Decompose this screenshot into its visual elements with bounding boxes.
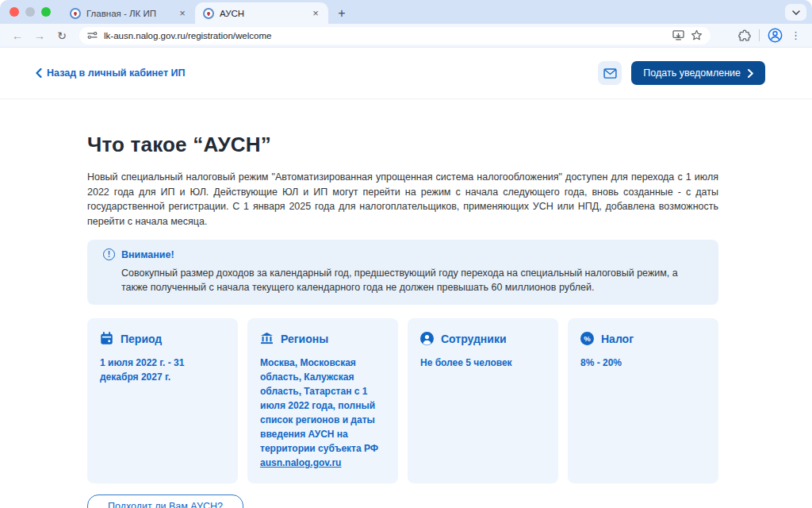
nalog-favicon [203, 8, 214, 19]
url-text[interactable]: lk-ausn.nalog.gov.ru/registration/welcom… [104, 31, 666, 40]
tab-title: Главная - ЛК ИП [86, 9, 170, 18]
extensions-icon[interactable] [738, 29, 751, 42]
forward-icon[interactable]: → [30, 26, 49, 45]
browser-tab-strip: Главная - ЛК ИП × АУСН × + [0, 0, 812, 24]
chevron-left-icon [36, 68, 42, 78]
card-title: Регионы [281, 333, 328, 345]
calendar-icon [100, 332, 113, 345]
bank-icon [260, 332, 274, 345]
ausn-site-link[interactable]: ausn.nalog.gov.ru [260, 457, 341, 468]
tab-title: АУСН [220, 9, 304, 18]
toolbar-divider [759, 29, 760, 41]
info-cards: Период 1 июля 2022 г. - 31 декабря 2027 … [87, 318, 718, 483]
chevron-down-icon [792, 10, 800, 15]
card-text: 1 июля 2022 г. - 31 декабря 2027 г. [100, 356, 225, 384]
toolbar-right-icons: ⋮ [738, 28, 804, 43]
envelope-icon [603, 68, 617, 79]
install-app-icon[interactable] [672, 30, 684, 40]
site-settings-icon[interactable] [87, 30, 98, 40]
info-alert-icon: ! [103, 248, 115, 260]
submit-notification-button[interactable]: Подать уведомление [631, 61, 765, 85]
window-minimize-button[interactable] [25, 7, 35, 17]
profile-avatar-icon[interactable] [768, 28, 783, 43]
intro-paragraph: Новый специальный налоговый режим "Автом… [87, 170, 718, 229]
card-text: 8% - 20% [580, 356, 706, 370]
tab-main-lk-ip[interactable]: Главная - ЛК ИП × [62, 3, 195, 24]
back-icon[interactable]: ← [8, 26, 27, 45]
person-icon [420, 332, 434, 345]
card-title: Налог [601, 333, 634, 345]
tab-ausn-active[interactable]: АУСН × [195, 2, 328, 24]
percent-icon: % [580, 332, 594, 345]
submit-notification-label: Подать уведомление [643, 67, 741, 79]
warning-text: Совокупный размер доходов за календарный… [121, 266, 703, 294]
back-link-label: Назад в личный кабинет ИП [47, 67, 185, 79]
card-regions: Регионы Москва, Московская область, Калу… [247, 318, 398, 483]
reload-icon[interactable]: ↻ [52, 26, 71, 45]
new-tab-button[interactable]: + [331, 3, 352, 24]
browser-menu-icon[interactable]: ⋮ [791, 29, 801, 41]
page-header: Назад в личный кабинет ИП Подать уведомл… [0, 48, 812, 99]
card-title: Сотрудники [441, 333, 507, 345]
window-zoom-button[interactable] [41, 7, 51, 17]
page-title: Что такое “АУСН” [87, 133, 718, 157]
card-tax: % Налог 8% - 20% [568, 318, 718, 483]
card-title: Период [121, 333, 162, 345]
address-bar[interactable]: lk-ausn.nalog.gov.ru/registration/welcom… [79, 27, 710, 44]
card-text: Не более 5 человек [420, 356, 546, 370]
card-employees: Сотрудники Не более 5 человек [408, 318, 558, 483]
card-period: Период 1 июля 2022 г. - 31 декабря 2027 … [87, 318, 238, 483]
window-close-button[interactable] [10, 7, 19, 17]
nalog-favicon [70, 8, 81, 19]
tab-search-button[interactable] [785, 4, 806, 21]
main-content: Что такое “АУСН” Новый специальный налог… [0, 99, 812, 508]
browser-toolbar: ← → ↻ lk-ausn.nalog.gov.ru/registration/… [0, 24, 812, 48]
back-to-cabinet-link[interactable]: Назад в личный кабинет ИП [36, 67, 185, 79]
tab-close-icon[interactable]: × [176, 7, 189, 20]
warning-box: ! Внимание! Совокупный размер доходов за… [87, 240, 718, 305]
ausn-suitability-button[interactable]: Подходит ли Вам АУСН? [87, 495, 243, 508]
chevron-right-icon [748, 69, 753, 78]
bookmark-star-icon[interactable] [691, 29, 703, 41]
window-controls [0, 0, 62, 24]
messages-button[interactable] [598, 61, 622, 85]
warning-title: Внимание! [121, 249, 174, 260]
card-text: Москва, Московская область, Калужская об… [260, 356, 385, 470]
tab-close-icon[interactable]: × [309, 7, 322, 20]
